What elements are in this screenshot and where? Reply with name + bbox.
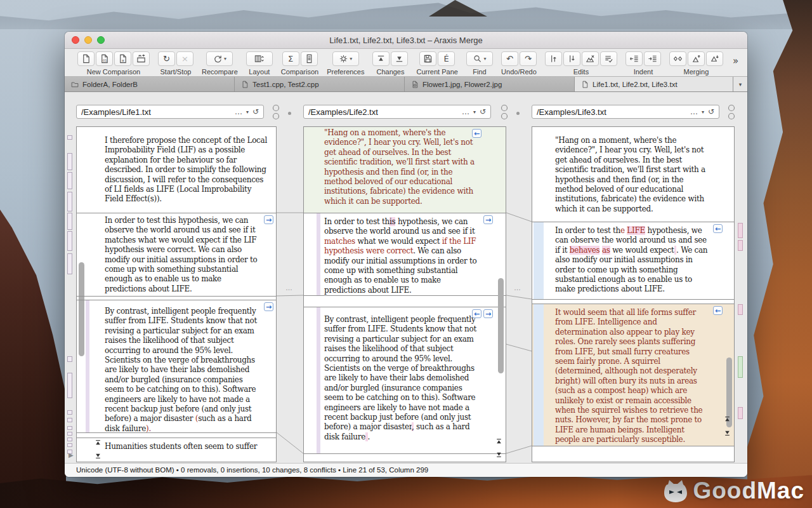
tab-flower1-flower2[interactable]: Flower1.jpg, Flower2.jpg bbox=[405, 77, 575, 91]
text-block[interactable]: I therefore propose the concept of the L… bbox=[77, 127, 276, 213]
file-path-field-right[interactable]: /Examples/Life3.txt … ▾ ↺ bbox=[532, 105, 719, 119]
merge-right-button[interactable]: → bbox=[264, 302, 273, 311]
new-binary-comparison-button[interactable]: 01 bbox=[96, 51, 113, 66]
merge-left-button[interactable]: ← bbox=[472, 129, 481, 138]
previous-change-button[interactable] bbox=[372, 51, 390, 66]
merge-right-button[interactable]: → bbox=[483, 215, 493, 224]
layout-button[interactable] bbox=[246, 51, 273, 66]
new-folder-comparison-button[interactable] bbox=[133, 51, 150, 66]
text-block-conflict[interactable]: It would seem that all life forms suffer… bbox=[532, 304, 734, 446]
jump-last-change-button[interactable] bbox=[95, 452, 102, 459]
overview-change-mark[interactable] bbox=[738, 240, 743, 251]
file-pane-life1[interactable]: I therefore propose the concept of the L… bbox=[76, 126, 277, 462]
save-button[interactable] bbox=[419, 51, 436, 66]
overview-change-mark[interactable] bbox=[67, 443, 72, 447]
zoom-button[interactable] bbox=[97, 36, 105, 44]
find-button[interactable]: ▾ bbox=[466, 51, 493, 66]
browse-ellipsis-button[interactable]: … bbox=[462, 107, 469, 116]
file-pane-life3[interactable]: "Hang on a moment, where's the evidence?… bbox=[532, 126, 735, 462]
overview-change-mark[interactable] bbox=[67, 373, 72, 398]
overview-change-mark[interactable] bbox=[738, 356, 743, 378]
merge-left-button[interactable]: ← bbox=[713, 306, 723, 315]
jump-last-change-button[interactable] bbox=[495, 451, 502, 458]
tab-list-dropdown-button[interactable]: ▾ bbox=[733, 77, 747, 91]
jump-last-change-button[interactable] bbox=[724, 429, 731, 436]
overview-change-mark[interactable] bbox=[738, 304, 743, 315]
next-change-button[interactable] bbox=[391, 51, 408, 66]
overview-change-mark[interactable] bbox=[67, 426, 72, 430]
pane-options-button-left[interactable] bbox=[272, 104, 280, 121]
history-icon[interactable]: ↺ bbox=[252, 107, 259, 116]
close-button[interactable] bbox=[72, 36, 79, 44]
overview-change-mark[interactable] bbox=[67, 153, 72, 170]
overview-change-mark[interactable] bbox=[67, 438, 72, 441]
overview-change-mark[interactable] bbox=[738, 223, 743, 238]
history-icon[interactable]: ↺ bbox=[708, 107, 714, 116]
merge-left-button[interactable]: ← bbox=[713, 224, 723, 233]
overview-change-mark[interactable] bbox=[67, 231, 72, 251]
stop-comparison-button[interactable]: × bbox=[176, 51, 193, 66]
change-overview-strip-right[interactable] bbox=[737, 129, 745, 459]
overview-change-mark[interactable] bbox=[67, 356, 72, 362]
history-icon[interactable]: ↺ bbox=[480, 107, 486, 116]
tab-life1-life2-life3[interactable]: Life1.txt, Life2.txt, Life3.txt bbox=[575, 77, 733, 91]
browse-ellipsis-button[interactable]: … bbox=[235, 107, 242, 116]
jump-first-change-button[interactable] bbox=[495, 438, 502, 445]
overview-change-mark[interactable] bbox=[738, 407, 743, 419]
overview-change-mark[interactable] bbox=[67, 418, 72, 422]
recompare-button[interactable]: ▾ bbox=[206, 51, 233, 66]
text-block-changed[interactable]: In order to test the LIFE hypothesis, we… bbox=[532, 222, 734, 300]
previous-conflict-button[interactable] bbox=[688, 51, 705, 66]
overview-change-mark[interactable] bbox=[67, 135, 72, 140]
overview-change-mark[interactable] bbox=[67, 213, 72, 230]
overview-change-mark[interactable] bbox=[67, 172, 72, 189]
pane-options-button-right[interactable] bbox=[727, 104, 736, 121]
new-text-comparison-button[interactable] bbox=[77, 51, 95, 66]
jump-first-change-button[interactable] bbox=[724, 416, 731, 423]
chevron-down-icon[interactable]: ▾ bbox=[473, 109, 476, 115]
overview-change-mark[interactable] bbox=[67, 432, 72, 436]
overview-change-mark[interactable] bbox=[67, 410, 72, 415]
text-block-inserted[interactable]: "Hang on a moment, where's the evidence?… bbox=[304, 127, 506, 213]
file-pane-life2[interactable]: "Hang on a moment, where's the evidence?… bbox=[303, 126, 506, 462]
browse-ellipsis-button[interactable]: … bbox=[690, 107, 698, 116]
merge-right-button[interactable]: → bbox=[264, 215, 273, 224]
remove-change-button[interactable] bbox=[582, 51, 599, 66]
undo-button[interactable]: ↶ bbox=[501, 51, 518, 66]
merge-changes-button[interactable] bbox=[669, 51, 686, 66]
jump-first-change-button[interactable] bbox=[95, 439, 102, 446]
character-encoding-button[interactable]: É bbox=[438, 51, 455, 66]
new-merge-comparison-button[interactable]: a bbox=[114, 51, 131, 66]
change-overview-strip-left[interactable] bbox=[67, 129, 74, 459]
insert-block-above-button[interactable] bbox=[545, 51, 562, 66]
minimize-button[interactable] bbox=[84, 36, 92, 44]
redo-button[interactable]: ↷ bbox=[520, 51, 537, 66]
tab-test1-test2[interactable]: Test1.cpp, Test2.cpp bbox=[235, 77, 405, 91]
accept-change-button[interactable] bbox=[600, 51, 617, 66]
next-conflict-button[interactable] bbox=[706, 51, 723, 66]
text-block-changed[interactable]: In order to test this hypothesis, we can… bbox=[304, 213, 506, 296]
text-block-changed[interactable]: In order to test this hypothesis, we can… bbox=[77, 213, 276, 297]
overview-change-mark[interactable] bbox=[67, 253, 72, 274]
file-path-field-left[interactable]: /Examples/Life1.txt … ▾ ↺ bbox=[76, 105, 264, 119]
merge-right-button[interactable]: → bbox=[483, 309, 493, 318]
overview-change-mark[interactable] bbox=[67, 192, 72, 211]
middle-pane-scrollbar-thumb[interactable] bbox=[498, 278, 504, 373]
start-comparison-button[interactable]: ↻ bbox=[158, 51, 175, 66]
indent-button[interactable] bbox=[644, 51, 661, 66]
chevron-down-icon[interactable]: ▾ bbox=[702, 109, 704, 115]
text-block[interactable]: "Hang on a moment, where's the evidence?… bbox=[532, 127, 734, 222]
file-path-field-middle[interactable]: /Examples/Life2.txt … ▾ ↺ bbox=[303, 105, 491, 119]
comparison-summary-button[interactable]: Σ bbox=[282, 51, 299, 66]
text-block-conflict[interactable]: By contrast, intelligent people frequent… bbox=[304, 307, 506, 454]
merge-left-button[interactable]: ← bbox=[472, 309, 481, 318]
tab-foldera-folderb[interactable]: FolderA, FolderB bbox=[65, 77, 235, 91]
outdent-button[interactable] bbox=[625, 51, 643, 66]
chevron-down-icon[interactable]: ▾ bbox=[246, 109, 249, 115]
toolbar-overflow-button[interactable]: » bbox=[733, 55, 738, 67]
insert-block-below-button[interactable] bbox=[563, 51, 580, 66]
title-bar[interactable]: Life1.txt, Life2.txt, Life3.txt – Araxis… bbox=[65, 32, 747, 49]
text-block-conflict[interactable]: By contrast, intelligent people frequent… bbox=[77, 300, 276, 433]
text-block[interactable]: Humanities students often seem to suffer bbox=[77, 438, 276, 462]
comparison-report-button[interactable] bbox=[301, 51, 318, 66]
